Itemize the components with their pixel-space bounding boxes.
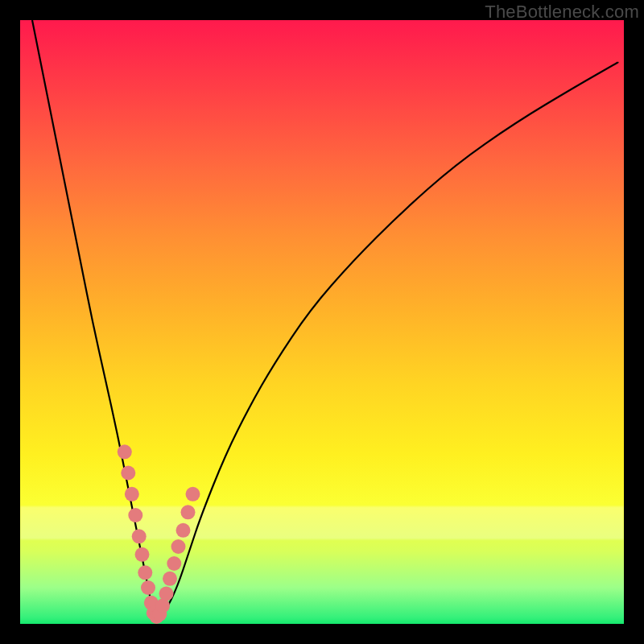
curve-marker (159, 587, 174, 601)
curve-marker (118, 444, 132, 459)
chart-frame: TheBottleneck.com (0, 0, 644, 644)
watermark-text: TheBottleneck.com (485, 2, 639, 23)
curve-marker (167, 556, 181, 571)
curve-marker (176, 523, 191, 538)
curve-marker (186, 487, 200, 502)
curve-marker (138, 565, 152, 580)
bottleneck-curve-right (159, 63, 618, 618)
curve-marker (171, 539, 186, 554)
curve-group (32, 20, 618, 618)
curve-marker (132, 529, 147, 543)
curve-marker (135, 547, 150, 562)
curve-marker (181, 505, 196, 519)
plot-area (20, 20, 624, 624)
chart-svg-layer (20, 20, 624, 624)
curve-marker (163, 572, 177, 586)
bottleneck-curve-left (32, 20, 159, 618)
marker-group (118, 444, 200, 624)
curve-marker (121, 466, 135, 481)
curve-marker (128, 508, 142, 522)
curve-marker (125, 487, 139, 502)
curve-marker (141, 580, 155, 595)
